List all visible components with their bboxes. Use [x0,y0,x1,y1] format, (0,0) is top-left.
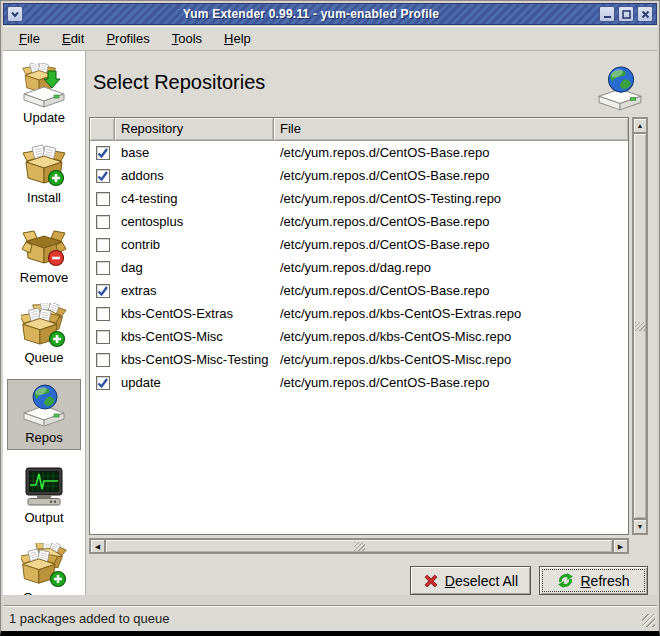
row-checkbox[interactable] [96,330,110,344]
table-row[interactable]: contrib /etc/yum.repos.d/CentOS-Base.rep… [90,233,628,256]
row-file: /etc/yum.repos.d/CentOS-Base.repo [274,214,628,229]
row-file: /etc/yum.repos.d/CentOS-Base.repo [274,283,628,298]
sidebar-item-label: Queue [24,350,63,365]
row-checkbox[interactable] [96,146,110,160]
action-button-row: Deselect All Refresh [89,566,648,595]
menu-item-tools[interactable]: Tools [164,28,210,49]
scroll-right-button[interactable]: ▶ [613,539,628,553]
sidebar-item-label: Output [24,510,63,525]
chevron-down-icon [9,8,21,20]
arrow-right-icon: ▶ [618,543,623,550]
row-file: /etc/yum.repos.d/kbs-CentOS-Misc.repo [274,329,628,344]
row-file: /etc/yum.repos.d/kbs-CentOS-Extras.repo [274,306,628,321]
row-repository: c4-testing [115,191,274,206]
install-box-icon [21,143,67,189]
scroll-down-button[interactable]: ▼ [633,519,647,534]
row-checkbox[interactable] [96,353,110,367]
refresh-button[interactable]: Refresh [539,566,648,595]
arrow-up-icon: ▲ [637,122,644,129]
table-row[interactable]: dag /etc/yum.repos.d/dag.repo [90,256,628,279]
sidebar-item-update[interactable]: Update [7,59,81,130]
output-monitor-icon [21,463,67,509]
repositories-table: Repository File base /etc/yum.repos.d/Ce… [89,117,629,535]
table-row[interactable]: update /etc/yum.repos.d/CentOS-Base.repo [90,371,628,394]
menu-item-file[interactable]: File [11,28,48,49]
row-file: /etc/yum.repos.d/CentOS-Base.repo [274,375,628,390]
row-file: /etc/yum.repos.d/CentOS-Base.repo [274,145,628,160]
deselect-all-button[interactable]: Deselect All [410,566,531,595]
row-checkbox[interactable] [96,284,110,298]
deselect-all-label: Deselect All [445,573,518,589]
row-file: /etc/yum.repos.d/CentOS-Testing.repo [274,191,628,206]
window-menu-button[interactable] [7,6,23,22]
menu-item-help[interactable]: Help [216,28,259,49]
arrow-left-icon: ◀ [95,543,100,550]
column-header-repository[interactable]: Repository [115,118,274,141]
sidebar-item-label: Install [27,190,61,205]
column-header-checkbox[interactable] [90,118,115,141]
table-row[interactable]: extras /etc/yum.repos.d/CentOS-Base.repo [90,279,628,302]
menu-item-profiles[interactable]: Profiles [98,28,157,49]
row-repository: kbs-CentOS-Misc-Testing [115,352,274,367]
row-repository: contrib [115,237,274,252]
main-content: Select Repositories Repository File [86,51,657,595]
row-file: /etc/yum.repos.d/dag.repo [274,260,628,275]
row-repository: extras [115,283,274,298]
refresh-icon [557,572,574,589]
scrollbar-grip [354,542,365,551]
sidebar-item-output[interactable]: Output [7,459,81,530]
titlebar: Yum Extender 0.99.11 - yum-enabled Profi… [3,3,657,25]
table-row[interactable]: kbs-CentOS-Misc /etc/yum.repos.d/kbs-Cen… [90,325,628,348]
minimize-icon [602,9,613,20]
row-checkbox[interactable] [96,238,110,252]
horizontal-scrollbar-thumb[interactable] [105,539,613,553]
status-text: 1 packages added to queue [9,611,642,626]
window-title: Yum Extender 0.99.11 - yum-enabled Profi… [26,7,596,21]
horizontal-scrollbar[interactable]: ◀ ▶ [89,538,629,554]
close-button[interactable] [637,6,653,22]
sidebar-item-install[interactable]: Install [7,139,81,210]
sidebar-item-remove[interactable]: Remove [7,219,81,290]
minimize-button[interactable] [599,6,615,22]
scroll-up-button[interactable]: ▲ [633,118,647,133]
vertical-scrollbar[interactable]: ▲ ▼ [632,117,648,535]
sidebar-item-label: Update [23,110,65,125]
vertical-scrollbar-thumb[interactable] [633,133,647,519]
table-row[interactable]: kbs-CentOS-Misc-Testing /etc/yum.repos.d… [90,348,628,371]
row-file: /etc/yum.repos.d/CentOS-Base.repo [274,168,628,183]
scrollbar-grip [635,322,646,331]
heading-row: Select Repositories [89,61,648,117]
groups-box-icon [21,543,67,589]
sidebar-item-repos[interactable]: Repos [7,379,81,450]
sidebar-item-groups[interactable]: Groups [7,539,81,595]
repositories-table-zone: Repository File base /etc/yum.repos.d/Ce… [89,117,648,535]
row-checkbox[interactable] [96,261,110,275]
row-checkbox[interactable] [96,215,110,229]
row-repository: kbs-CentOS-Misc [115,329,274,344]
table-row[interactable]: centosplus /etc/yum.repos.d/CentOS-Base.… [90,210,628,233]
sidebar-item-label: Groups [23,590,66,595]
table-row[interactable]: kbs-CentOS-Extras /etc/yum.repos.d/kbs-C… [90,302,628,325]
table-row[interactable]: base /etc/yum.repos.d/CentOS-Base.repo [90,141,628,164]
menu-item-edit[interactable]: Edit [54,28,92,49]
maximize-button[interactable] [618,6,634,22]
app-window: Yum Extender 0.99.11 - yum-enabled Profi… [0,0,660,636]
row-file: /etc/yum.repos.d/CentOS-Base.repo [274,237,628,252]
row-file: /etc/yum.repos.d/kbs-CentOS-Misc.repo [274,352,628,367]
column-header-file[interactable]: File [274,118,628,141]
table-row[interactable]: addons /etc/yum.repos.d/CentOS-Base.repo [90,164,628,187]
row-repository: addons [115,168,274,183]
row-repository: base [115,145,274,160]
queue-box-icon [21,303,67,349]
row-checkbox[interactable] [96,307,110,321]
row-checkbox[interactable] [96,192,110,206]
arrow-down-icon: ▼ [637,523,644,530]
row-repository: update [115,375,274,390]
table-row[interactable]: c4-testing /etc/yum.repos.d/CentOS-Testi… [90,187,628,210]
resize-grip[interactable] [642,614,655,627]
row-checkbox[interactable] [96,169,110,183]
scroll-left-button[interactable]: ◀ [90,539,105,553]
sidebar-item-queue[interactable]: Queue [7,299,81,370]
row-checkbox[interactable] [96,376,110,390]
statusbar: 1 packages added to queue [3,605,657,631]
